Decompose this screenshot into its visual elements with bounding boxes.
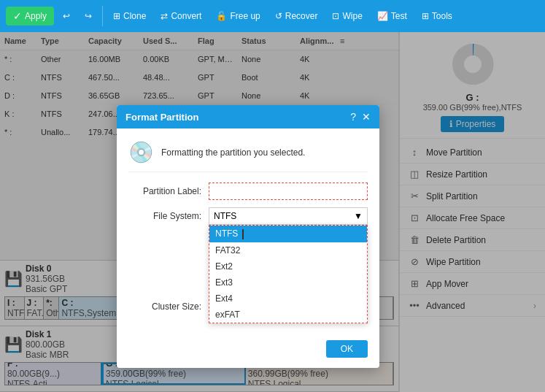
file-system-select[interactable]: NTFS ▼ NTFS FAT32 Ext2 Ext3 Ext4 exFAT [209,207,368,225]
modal-body: 💿 Formatting the partition you selected.… [117,128,379,334]
freeup-label: Free up [230,11,260,21]
modal-disk-icon: 💿 [128,140,154,164]
test-button[interactable]: 📈 Test [371,8,413,24]
recover-button[interactable]: ↺ Recover [269,8,324,24]
test-icon: 📈 [377,11,388,21]
test-label: Test [391,11,407,21]
cursor-indicator [242,229,244,239]
tools-icon: ⊞ [422,11,429,21]
option-ext4[interactable]: Ext4 [209,291,367,307]
partition-label-label: Partition Label: [128,186,209,196]
option-ext3[interactable]: Ext3 [209,274,367,291]
wipe-button[interactable]: ⊡ Wipe [326,8,368,24]
modal-title: Format Partition [125,112,198,123]
option-ext2[interactable]: Ext2 [209,258,367,274]
undo-icon: ↩ [63,11,70,21]
modal-close-button[interactable]: ✕ [362,111,371,123]
option-ntfs[interactable]: NTFS [209,226,367,242]
recover-label: Recover [285,11,318,21]
file-system-row: File System: NTFS ▼ NTFS FAT32 Ext2 [128,207,368,225]
freeup-button[interactable]: 🔓 Free up [210,8,266,24]
toolbar: ✓ Apply ↩ ↪ ⊞ Clone ⇄ Convert 🔓 Free up … [0,0,545,32]
convert-icon: ⇄ [161,11,168,21]
tools-button[interactable]: ⊞ Tools [416,8,458,24]
wipe-icon: ⊡ [332,11,339,21]
partition-label-input[interactable] [209,182,368,200]
undo-button[interactable]: ↩ [57,8,76,24]
wipe-label: Wipe [342,11,362,21]
modal-info-text: Formatting the partition you selected. [161,147,305,158]
partition-label-row: Partition Label: [128,182,368,200]
option-fat32[interactable]: FAT32 [209,242,367,258]
option-exfat[interactable]: exFAT [209,307,367,323]
sep1 [102,6,103,26]
modal-overlay: Format Partition ? ✕ 💿 Formatting the pa… [0,32,545,392]
dropdown-arrow-icon: ▼ [354,211,363,221]
format-partition-modal: Format Partition ? ✕ 💿 Formatting the pa… [117,105,379,368]
modal-footer: OK [117,334,379,368]
modal-header: Format Partition ? ✕ [117,105,379,128]
modal-help-button[interactable]: ? [350,111,356,123]
file-system-label: File System: [128,211,209,221]
convert-button[interactable]: ⇄ Convert [155,8,207,24]
convert-label: Convert [171,11,201,21]
modal-info-row: 💿 Formatting the partition you selected. [128,140,368,172]
file-system-value: NTFS [214,211,236,221]
redo-icon: ↪ [85,11,92,21]
redo-button[interactable]: ↪ [79,8,98,24]
freeup-icon: 🔓 [216,11,227,21]
cluster-size-label: Cluster Size: [128,301,209,312]
apply-icon: ✓ [13,10,22,22]
ok-button[interactable]: OK [326,340,368,358]
recover-icon: ↺ [275,11,282,21]
clone-label: Clone [123,11,146,21]
clone-button[interactable]: ⊞ Clone [107,8,152,24]
apply-button[interactable]: ✓ Apply [6,7,54,26]
modal-controls: ? ✕ [350,111,371,123]
file-system-display[interactable]: NTFS ▼ [209,207,368,225]
tools-label: Tools [432,11,452,21]
clone-icon: ⊞ [113,11,120,21]
file-system-dropdown: NTFS FAT32 Ext2 Ext3 Ext4 exFAT [209,225,368,323]
apply-label: Apply [25,11,47,21]
